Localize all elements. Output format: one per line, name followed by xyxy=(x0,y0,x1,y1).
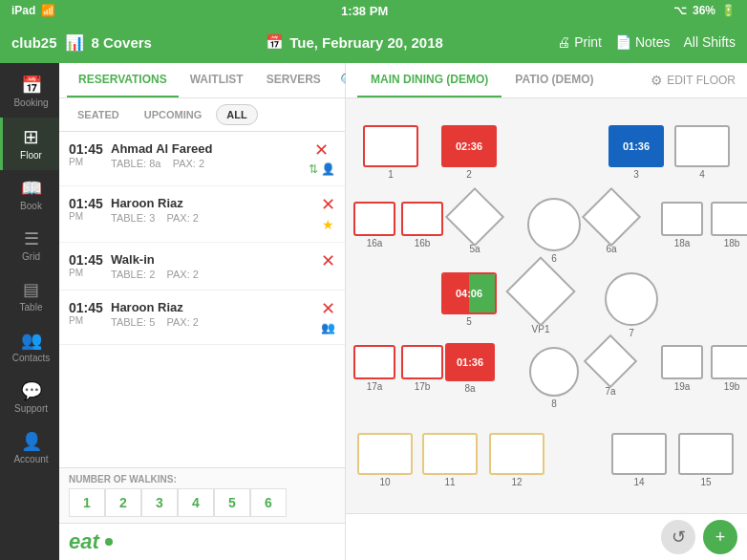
close-icon[interactable]: ✕ xyxy=(314,141,329,159)
sidebar-item-grid[interactable]: ☰ Grid xyxy=(0,221,59,271)
edit-floor-button[interactable]: ⚙ EDIT FLOOR xyxy=(651,73,736,88)
star-icon: ★ xyxy=(322,217,334,232)
table-item-5[interactable]: 04:06 5 xyxy=(441,272,497,327)
sidebar-item-table[interactable]: ▤ Table xyxy=(0,271,59,322)
sidebar-table-label: Table xyxy=(20,302,43,312)
sidebar-item-booking[interactable]: 📅 Booking xyxy=(0,67,59,118)
list-item[interactable]: 01:45 PM Haroon Riaz TABLE: 3 PAX: 2 ✕ xyxy=(59,186,345,243)
table-item-19b[interactable]: 19b xyxy=(711,345,747,392)
sidebar-support-label: Support xyxy=(14,403,48,414)
walkin-6[interactable]: 6 xyxy=(250,488,287,517)
close-icon[interactable]: ✕ xyxy=(321,252,335,269)
walkin-5[interactable]: 5 xyxy=(214,488,250,517)
filter-upcoming[interactable]: UPCOMING xyxy=(134,104,213,125)
sidebar-item-book[interactable]: 📖 Book xyxy=(0,170,59,221)
res-time-2: 01:45 PM xyxy=(69,196,103,222)
table-item-15[interactable]: 15 xyxy=(678,433,734,487)
filter-all[interactable]: ALL xyxy=(216,104,257,125)
gear-icon: ⚙ xyxy=(651,73,663,88)
reservations-panel: RESERVATIONS WAITLIST SERVERS 🔍 SEATED U… xyxy=(59,63,346,560)
table-item-17b[interactable]: 17b xyxy=(401,345,443,392)
sidebar-item-support[interactable]: 💬 Support xyxy=(0,373,59,423)
list-item[interactable]: 01:45 PM Walk-in TABLE: 2 PAX: 2 ✕ xyxy=(59,243,345,291)
sidebar-item-contacts[interactable]: 👥 Contacts xyxy=(0,322,59,373)
tab-patio[interactable]: PATIO (DEMO) xyxy=(502,63,607,97)
person-move-icon: ⇅ 👤 xyxy=(309,162,335,176)
notes-button[interactable]: 📄 Notes xyxy=(615,34,671,50)
close-icon[interactable]: ✕ xyxy=(321,300,335,317)
support-icon: 💬 xyxy=(21,382,42,399)
res-info-4: Haroon Riaz TABLE: 5 PAX: 2 xyxy=(111,300,313,328)
table-item-16a[interactable]: 16a xyxy=(353,202,395,248)
status-bar: iPad 📶 1:38 PM ⌥ 36% 🔋 xyxy=(0,0,747,21)
list-item[interactable]: 01:45 PM Haroon Riaz TABLE: 5 PAX: 2 ✕ xyxy=(59,291,345,345)
sidebar-account-label: Account xyxy=(13,454,48,464)
filter-seated[interactable]: SEATED xyxy=(67,104,130,125)
sidebar-item-floor[interactable]: ⊞ Floor xyxy=(0,118,59,170)
filter-tabs: SEATED UPCOMING ALL xyxy=(59,98,345,132)
res-actions-3: ✕ xyxy=(321,252,335,269)
table-item-8[interactable]: 8 xyxy=(529,347,579,409)
table-item-4[interactable]: 4 xyxy=(674,125,730,180)
undo-button[interactable]: ↺ xyxy=(661,520,695,554)
table-item-2[interactable]: 02:36 2 xyxy=(441,125,497,180)
ipad-label: iPad xyxy=(11,4,35,17)
floor-tabs: MAIN DINING (DEMO) PATIO (DEMO) ⚙ EDIT F… xyxy=(346,63,747,98)
sidebar-booking-label: Booking xyxy=(13,97,48,108)
table-item-6a[interactable]: 6a xyxy=(590,196,632,254)
shifts-button[interactable]: All Shifts xyxy=(684,34,736,50)
table-item-7a[interactable]: 7a xyxy=(591,342,630,397)
table-item-10[interactable]: 10 xyxy=(357,433,413,487)
table-item-16b[interactable]: 16b xyxy=(401,202,443,248)
header-left: club25 📊 8 Covers xyxy=(11,33,152,52)
walkin-2[interactable]: 2 xyxy=(105,488,141,517)
table-item-8a[interactable]: 01:36 8a xyxy=(445,343,495,394)
print-button[interactable]: 🖨 Print xyxy=(557,34,602,50)
table-item-18b[interactable]: 18b xyxy=(711,202,747,248)
grid-icon: ☰ xyxy=(24,230,39,248)
walkin-1[interactable]: 1 xyxy=(69,488,105,517)
content-area: RESERVATIONS WAITLIST SERVERS 🔍 SEATED U… xyxy=(59,63,747,560)
res-tabs: RESERVATIONS WAITLIST SERVERS 🔍 xyxy=(59,63,345,98)
tab-main-dining[interactable]: MAIN DINING (DEMO) xyxy=(357,63,502,97)
walkin-3[interactable]: 3 xyxy=(141,488,178,517)
sidebar-item-account[interactable]: 👤 Account xyxy=(0,423,59,474)
reservations-list: 01:45 PM Ahmad Al Fareed TABLE: 8a PAX: … xyxy=(59,132,345,467)
tab-reservations[interactable]: RESERVATIONS xyxy=(67,63,179,97)
table-item-19a[interactable]: 19a xyxy=(661,345,703,392)
sidebar-floor-label: Floor xyxy=(20,150,42,161)
table-item-14[interactable]: 14 xyxy=(611,433,667,487)
header-date: Tue, February 20, 2018 xyxy=(289,34,443,51)
table-item-6[interactable]: 6 xyxy=(527,198,581,264)
contacts-icon: 👥 xyxy=(21,332,42,349)
floor-icon: ⊞ xyxy=(23,127,39,146)
header: club25 📊 8 Covers 📅 Tue, February 20, 20… xyxy=(0,21,747,63)
walkin-label: NUMBER OF WALKINS: xyxy=(69,474,335,485)
walkin-numbers: 1 2 3 4 5 6 xyxy=(69,488,335,517)
tab-waitlist[interactable]: WAITLIST xyxy=(179,63,255,97)
floor-plan-area: MAIN DINING (DEMO) PATIO (DEMO) ⚙ EDIT F… xyxy=(346,63,747,560)
table-item-1[interactable]: 1 xyxy=(363,125,418,180)
status-bar-left: iPad 📶 xyxy=(11,4,55,17)
battery-label: 36% xyxy=(693,4,715,17)
status-bar-right: ⌥ 36% 🔋 xyxy=(673,4,736,17)
list-item[interactable]: 01:45 PM Ahmad Al Fareed TABLE: 8a PAX: … xyxy=(59,132,345,186)
table-item-17a[interactable]: 17a xyxy=(353,345,395,392)
eat-dot xyxy=(105,538,113,546)
add-button[interactable]: + xyxy=(703,520,737,554)
close-icon[interactable]: ✕ xyxy=(321,196,335,213)
undo-icon: ↺ xyxy=(672,527,686,548)
table-item-5a[interactable]: 5a xyxy=(454,196,496,254)
table-item-18a[interactable]: 18a xyxy=(661,202,703,248)
sidebar-grid-label: Grid xyxy=(22,251,40,262)
account-icon: 👤 xyxy=(21,433,42,450)
table-item-3[interactable]: 01:36 3 xyxy=(608,125,664,180)
header-date-section: 📅 Tue, February 20, 2018 xyxy=(266,33,443,51)
tab-servers[interactable]: SERVERS xyxy=(255,63,332,97)
table-item-vp1[interactable]: VP1 xyxy=(516,267,566,334)
table-item-12[interactable]: 12 xyxy=(489,433,544,487)
walkin-bar: NUMBER OF WALKINS: 1 2 3 4 5 6 xyxy=(59,467,345,523)
table-item-11[interactable]: 11 xyxy=(422,433,478,487)
walkin-4[interactable]: 4 xyxy=(178,488,214,517)
table-item-7[interactable]: 7 xyxy=(605,272,658,338)
